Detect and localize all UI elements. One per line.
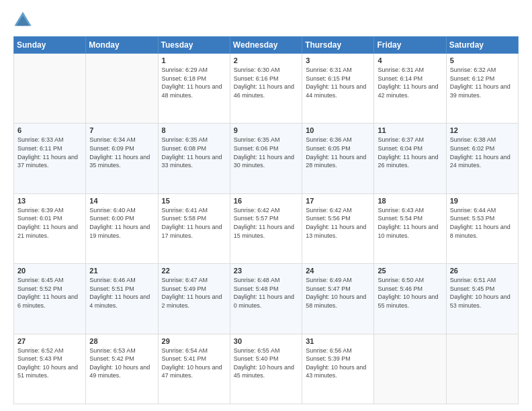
- day-number: 4: [378, 56, 442, 64]
- day-info: Sunrise: 6:31 AM Sunset: 6:14 PM Dayligh…: [378, 66, 442, 99]
- day-number: 12: [450, 126, 515, 134]
- day-info: Sunrise: 6:35 AM Sunset: 6:08 PM Dayligh…: [162, 136, 226, 169]
- day-number: 14: [89, 197, 154, 205]
- day-info: Sunrise: 6:38 AM Sunset: 6:02 PM Dayligh…: [450, 136, 515, 169]
- calendar-cell: 10Sunrise: 6:36 AM Sunset: 6:05 PM Dayli…: [302, 124, 374, 193]
- logo-icon: [13, 11, 32, 30]
- weekday-header: Monday: [86, 37, 158, 54]
- day-info: Sunrise: 6:34 AM Sunset: 6:09 PM Dayligh…: [89, 136, 154, 169]
- calendar-cell: 28Sunrise: 6:53 AM Sunset: 5:42 PM Dayli…: [86, 334, 158, 404]
- day-number: 26: [450, 267, 515, 275]
- day-number: 27: [17, 337, 82, 345]
- calendar-cell: 5Sunrise: 6:32 AM Sunset: 6:12 PM Daylig…: [446, 54, 518, 124]
- day-number: 8: [162, 126, 226, 134]
- calendar-cell: 21Sunrise: 6:46 AM Sunset: 5:51 PM Dayli…: [86, 264, 158, 334]
- day-number: 28: [89, 337, 154, 345]
- weekday-header: Sunday: [14, 37, 86, 54]
- day-info: Sunrise: 6:33 AM Sunset: 6:11 PM Dayligh…: [17, 136, 82, 169]
- calendar-table: SundayMondayTuesdayWednesdayThursdayFrid…: [13, 36, 519, 404]
- day-number: 29: [162, 337, 226, 345]
- day-info: Sunrise: 6:36 AM Sunset: 6:05 PM Dayligh…: [306, 136, 370, 169]
- day-info: Sunrise: 6:48 AM Sunset: 5:48 PM Dayligh…: [234, 276, 298, 310]
- day-info: Sunrise: 6:30 AM Sunset: 6:16 PM Dayligh…: [234, 66, 298, 99]
- day-number: 30: [234, 337, 298, 345]
- day-info: Sunrise: 6:44 AM Sunset: 5:53 PM Dayligh…: [450, 206, 515, 240]
- weekday-header: Tuesday: [158, 37, 230, 54]
- calendar-cell: 20Sunrise: 6:45 AM Sunset: 5:52 PM Dayli…: [14, 264, 86, 334]
- calendar-cell: 12Sunrise: 6:38 AM Sunset: 6:02 PM Dayli…: [446, 124, 518, 193]
- calendar-cell: 6Sunrise: 6:33 AM Sunset: 6:11 PM Daylig…: [14, 124, 86, 193]
- day-info: Sunrise: 6:52 AM Sunset: 5:43 PM Dayligh…: [17, 347, 82, 380]
- day-number: 2: [234, 56, 298, 64]
- calendar-cell: 24Sunrise: 6:49 AM Sunset: 5:47 PM Dayli…: [302, 264, 374, 334]
- day-info: Sunrise: 6:46 AM Sunset: 5:51 PM Dayligh…: [89, 276, 154, 310]
- day-number: 20: [17, 267, 82, 275]
- day-number: 7: [89, 126, 154, 134]
- day-number: 3: [306, 56, 370, 64]
- day-number: 1: [162, 56, 226, 64]
- day-number: 15: [162, 197, 226, 205]
- day-info: Sunrise: 6:37 AM Sunset: 6:04 PM Dayligh…: [378, 136, 442, 169]
- day-info: Sunrise: 6:45 AM Sunset: 5:52 PM Dayligh…: [17, 276, 82, 310]
- day-info: Sunrise: 6:32 AM Sunset: 6:12 PM Dayligh…: [450, 66, 515, 99]
- calendar-cell: 26Sunrise: 6:51 AM Sunset: 5:45 PM Dayli…: [446, 264, 518, 334]
- day-number: 22: [162, 267, 226, 275]
- calendar-cell: 31Sunrise: 6:56 AM Sunset: 5:39 PM Dayli…: [302, 334, 374, 404]
- weekday-header: Wednesday: [230, 37, 302, 54]
- day-info: Sunrise: 6:51 AM Sunset: 5:45 PM Dayligh…: [450, 276, 515, 310]
- weekday-header: Thursday: [302, 37, 374, 54]
- weekday-header: Friday: [374, 37, 446, 54]
- calendar-cell: 2Sunrise: 6:30 AM Sunset: 6:16 PM Daylig…: [230, 54, 302, 124]
- day-number: 10: [306, 126, 370, 134]
- calendar-cell: 22Sunrise: 6:47 AM Sunset: 5:49 PM Dayli…: [158, 264, 230, 334]
- calendar-cell: 11Sunrise: 6:37 AM Sunset: 6:04 PM Dayli…: [374, 124, 446, 193]
- day-info: Sunrise: 6:42 AM Sunset: 5:57 PM Dayligh…: [234, 206, 298, 240]
- day-info: Sunrise: 6:49 AM Sunset: 5:47 PM Dayligh…: [306, 276, 370, 310]
- weekday-header: Saturday: [446, 37, 518, 54]
- calendar-cell: 27Sunrise: 6:52 AM Sunset: 5:43 PM Dayli…: [14, 334, 86, 404]
- calendar-cell: 13Sunrise: 6:39 AM Sunset: 6:01 PM Dayli…: [14, 193, 86, 263]
- calendar-cell: [14, 54, 86, 124]
- calendar-cell: 4Sunrise: 6:31 AM Sunset: 6:14 PM Daylig…: [374, 54, 446, 124]
- calendar-cell: 9Sunrise: 6:35 AM Sunset: 6:06 PM Daylig…: [230, 124, 302, 193]
- calendar-cell: 3Sunrise: 6:31 AM Sunset: 6:15 PM Daylig…: [302, 54, 374, 124]
- day-info: Sunrise: 6:39 AM Sunset: 6:01 PM Dayligh…: [17, 206, 82, 240]
- calendar-cell: [86, 54, 158, 124]
- calendar-cell: 29Sunrise: 6:54 AM Sunset: 5:41 PM Dayli…: [158, 334, 230, 404]
- day-number: 31: [306, 337, 370, 345]
- calendar-cell: 30Sunrise: 6:55 AM Sunset: 5:40 PM Dayli…: [230, 334, 302, 404]
- calendar-cell: 8Sunrise: 6:35 AM Sunset: 6:08 PM Daylig…: [158, 124, 230, 193]
- day-info: Sunrise: 6:54 AM Sunset: 5:41 PM Dayligh…: [162, 347, 226, 380]
- day-info: Sunrise: 6:40 AM Sunset: 6:00 PM Dayligh…: [89, 206, 154, 240]
- day-info: Sunrise: 6:55 AM Sunset: 5:40 PM Dayligh…: [234, 347, 298, 380]
- day-number: 13: [17, 197, 82, 205]
- day-number: 25: [378, 267, 442, 275]
- day-number: 16: [234, 197, 298, 205]
- calendar-cell: 15Sunrise: 6:41 AM Sunset: 5:58 PM Dayli…: [158, 193, 230, 263]
- calendar-cell: 19Sunrise: 6:44 AM Sunset: 5:53 PM Dayli…: [446, 193, 518, 263]
- day-info: Sunrise: 6:47 AM Sunset: 5:49 PM Dayligh…: [162, 276, 226, 310]
- calendar-cell: 14Sunrise: 6:40 AM Sunset: 6:00 PM Dayli…: [86, 193, 158, 263]
- day-number: 6: [17, 126, 82, 134]
- day-number: 11: [378, 126, 442, 134]
- day-number: 21: [89, 267, 154, 275]
- calendar-cell: 18Sunrise: 6:43 AM Sunset: 5:54 PM Dayli…: [374, 193, 446, 263]
- day-number: 23: [234, 267, 298, 275]
- calendar-cell: 1Sunrise: 6:29 AM Sunset: 6:18 PM Daylig…: [158, 54, 230, 124]
- header: [13, 11, 519, 30]
- day-info: Sunrise: 6:42 AM Sunset: 5:56 PM Dayligh…: [306, 206, 370, 240]
- day-info: Sunrise: 6:29 AM Sunset: 6:18 PM Dayligh…: [162, 66, 226, 99]
- day-number: 17: [306, 197, 370, 205]
- calendar-cell: 25Sunrise: 6:50 AM Sunset: 5:46 PM Dayli…: [374, 264, 446, 334]
- calendar-cell: [446, 334, 518, 404]
- day-info: Sunrise: 6:41 AM Sunset: 5:58 PM Dayligh…: [162, 206, 226, 240]
- day-number: 5: [450, 56, 515, 64]
- page: SundayMondayTuesdayWednesdayThursdayFrid…: [0, 0, 532, 411]
- day-number: 24: [306, 267, 370, 275]
- day-number: 19: [450, 197, 515, 205]
- day-info: Sunrise: 6:35 AM Sunset: 6:06 PM Dayligh…: [234, 136, 298, 169]
- calendar-cell: 7Sunrise: 6:34 AM Sunset: 6:09 PM Daylig…: [86, 124, 158, 193]
- calendar-cell: 23Sunrise: 6:48 AM Sunset: 5:48 PM Dayli…: [230, 264, 302, 334]
- day-info: Sunrise: 6:50 AM Sunset: 5:46 PM Dayligh…: [378, 276, 442, 310]
- calendar-cell: 16Sunrise: 6:42 AM Sunset: 5:57 PM Dayli…: [230, 193, 302, 263]
